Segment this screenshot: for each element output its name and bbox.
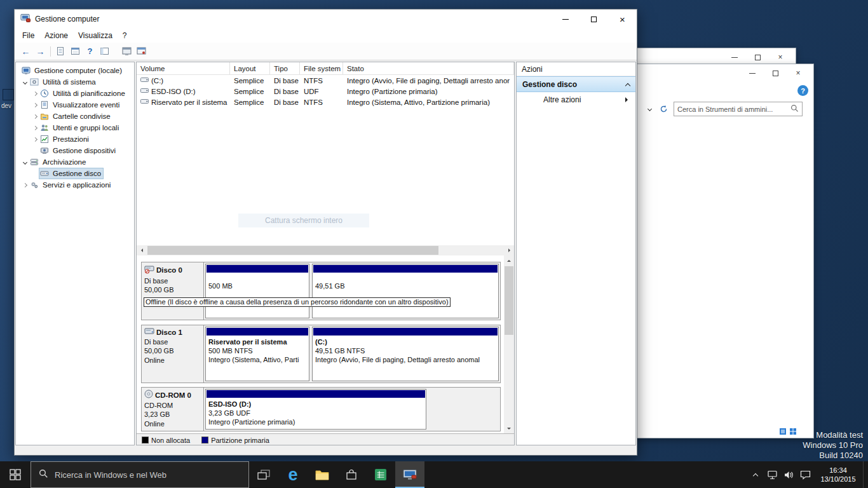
pinned-app-button[interactable] — [366, 461, 395, 488]
column-tipo[interactable]: Tipo — [270, 62, 300, 74]
actions-altre-azioni[interactable]: Altre azioni — [517, 92, 635, 107]
volume-row-c[interactable]: (C:) Semplice Di base NTFS Integro (Avvi… — [137, 75, 514, 86]
partition-main[interactable]: 49,51 GB — [312, 264, 499, 318]
scroll-down-icon[interactable] — [504, 423, 514, 433]
partition-esd-iso[interactable]: ESD-ISO (D:) 3,23 GB UDF Integro (Partiz… — [205, 389, 426, 430]
legend-primary-partition: Partizione primaria — [201, 437, 269, 444]
expand-icon[interactable] — [31, 124, 39, 132]
minimize-icon[interactable] — [551, 10, 580, 29]
tree-item-gestione-computer[interactable]: Gestione computer (locale) — [16, 65, 134, 76]
disk-row-cdrom-0[interactable]: CD-ROM 0 CD-ROM 3,23 GB Online ESD-ISO (… — [141, 387, 501, 431]
menu-help[interactable]: ? — [123, 30, 133, 41]
taskbar-search-input[interactable]: Ricerca in Windows e nel Web — [31, 461, 249, 488]
scroll-up-icon[interactable] — [504, 255, 514, 266]
collapse-icon[interactable] — [21, 78, 29, 86]
vertical-scrollbar[interactable] — [504, 255, 514, 433]
collapse-section-icon[interactable] — [625, 83, 630, 88]
view-details-icon[interactable] — [779, 426, 787, 438]
close-icon[interactable]: × — [608, 10, 637, 29]
title-bar[interactable]: Gestione computer × — [15, 10, 637, 29]
show-hide-tree-icon[interactable] — [97, 44, 112, 58]
file-explorer-button[interactable] — [308, 461, 337, 488]
tree-item-utilita-di-sistema[interactable]: Utilità di sistema — [16, 76, 134, 88]
partition-c[interactable]: (C:) 49,51 GB NTFS Integro (Avvio, File … — [312, 327, 499, 381]
help-icon[interactable]: ? — [83, 44, 97, 58]
tree-item-utilita-pianificazione[interactable]: Utilità di pianificazione — [16, 88, 134, 99]
partition-system-reserved[interactable]: 500 MB — [205, 264, 309, 318]
expand-icon[interactable] — [31, 101, 39, 109]
start-button[interactable] — [0, 461, 31, 488]
action-center-button[interactable] — [797, 461, 813, 488]
volume-tray-button[interactable] — [780, 461, 797, 488]
window-body: Gestione computer (locale) Utilità di si… — [15, 60, 637, 455]
actions-section-gestione-disco[interactable]: Gestione disco — [517, 76, 635, 92]
desktop-shortcut-icon[interactable] — [3, 89, 14, 100]
computer-management-taskbar-button[interactable] — [395, 461, 424, 488]
refresh-icon[interactable] — [658, 104, 668, 114]
taskbar-clock[interactable]: 16:34 13/10/2015 — [813, 461, 863, 488]
network-tray-button[interactable] — [764, 461, 780, 488]
column-layout[interactable]: Layout — [230, 62, 270, 74]
collapse-icon[interactable] — [21, 158, 29, 166]
properties-icon[interactable] — [68, 44, 83, 58]
disk-label[interactable]: Disco 0 Di base 50,00 GB — [142, 262, 204, 320]
scrollbar-thumb[interactable] — [505, 266, 513, 335]
show-desktop-button[interactable] — [863, 461, 868, 488]
menu-azione[interactable]: Azione — [44, 30, 74, 41]
maximize-icon[interactable] — [764, 66, 787, 80]
address-dropdown-icon[interactable] — [644, 104, 654, 114]
tray-overflow-button[interactable] — [747, 461, 764, 488]
console-window-icon[interactable] — [119, 44, 134, 58]
tree-item-utenti-gruppi[interactable]: Utenti e gruppi locali — [16, 122, 134, 133]
forward-icon[interactable]: → — [33, 44, 48, 58]
expand-icon[interactable] — [31, 135, 39, 144]
column-volume[interactable]: Volume — [137, 62, 230, 74]
edge-button[interactable]: e — [278, 461, 308, 488]
expand-icon[interactable] — [31, 112, 39, 121]
export-list-icon[interactable] — [53, 44, 68, 58]
tree-item-servizi-applicazioni[interactable]: Servizi e applicazioni — [16, 179, 134, 191]
search-icon[interactable] — [790, 104, 799, 114]
search-input[interactable]: Cerca in Strumenti di ammini... — [674, 102, 803, 116]
horizontal-scrollbar[interactable] — [137, 245, 514, 255]
desktop-shortcut-label[interactable]: dev — [1, 102, 11, 109]
scrollbar-thumb[interactable] — [147, 246, 438, 255]
close-icon[interactable]: × — [769, 50, 792, 64]
volume-row-esd-iso[interactable]: ESD-ISO (D:) Semplice Di base UDF Integr… — [137, 86, 514, 97]
back-icon[interactable]: ← — [18, 44, 33, 58]
disk-label[interactable]: Disco 1 Di base 50,00 GB Online — [142, 325, 204, 383]
close-icon[interactable]: × — [787, 66, 810, 80]
menu-file[interactable]: File — [22, 30, 41, 41]
maximize-icon[interactable] — [746, 50, 769, 64]
task-view-icon — [257, 470, 270, 480]
tree-item-gestione-disco[interactable]: Gestione disco — [16, 168, 134, 179]
partition-system-reserved[interactable]: Riservato per il sistema 500 MB NTFS Int… — [205, 327, 309, 381]
menu-visualizza[interactable]: Visualizza — [78, 30, 119, 41]
expand-icon[interactable] — [21, 181, 29, 189]
tree-item-prestazioni[interactable]: Prestazioni — [16, 133, 134, 145]
minimize-icon[interactable] — [723, 50, 746, 64]
tree-item-gestione-dispositivi[interactable]: Gestione dispositivi — [16, 145, 134, 156]
scroll-left-icon[interactable] — [137, 245, 147, 255]
console-window-alt-icon[interactable] — [134, 44, 149, 58]
tree-item-visualizzatore-eventi[interactable]: Visualizzatore eventi — [16, 99, 134, 111]
scroll-right-icon[interactable] — [504, 245, 514, 255]
disk-row-disco-1[interactable]: Disco 1 Di base 50,00 GB Online Riservat… — [141, 325, 501, 383]
tree-item-cartelle-condivise[interactable]: Cartelle condivise — [16, 111, 134, 122]
tree-item-archiviazione[interactable]: Archiviazione — [16, 156, 134, 168]
help-icon[interactable]: ? — [797, 85, 808, 96]
minimize-icon[interactable] — [741, 66, 764, 80]
disk-label[interactable]: CD-ROM 0 CD-ROM 3,23 GB Online — [142, 388, 204, 431]
disk-offline-icon — [144, 264, 154, 276]
view-thumbnails-icon[interactable] — [789, 426, 797, 438]
maximize-icon[interactable] — [580, 10, 608, 29]
desktop: dev × × ? Cerca in Strumenti di ammini..… — [0, 0, 868, 488]
store-button[interactable] — [337, 461, 366, 488]
volume-row-riservato[interactable]: Riservato per il sistema Semplice Di bas… — [137, 97, 514, 107]
expand-icon[interactable] — [31, 90, 39, 98]
column-file-system[interactable]: File system — [300, 62, 343, 74]
disk-row-disco-0[interactable]: Disco 0 Di base 50,00 GB 500 MB 49, — [141, 262, 501, 320]
admin-tools-window[interactable]: × ? Cerca in Strumenti di ammini... — [620, 64, 814, 438]
column-stato[interactable]: Stato — [343, 62, 514, 74]
task-view-button[interactable] — [249, 461, 278, 488]
